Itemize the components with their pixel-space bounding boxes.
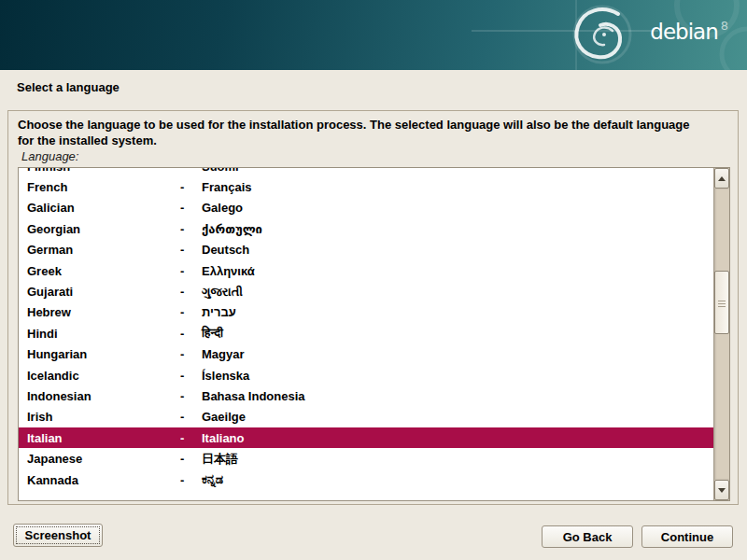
- language-row-hebrew[interactable]: Hebrew-עברית: [19, 302, 713, 323]
- language-native-name: Bahasa Indonesia: [202, 389, 713, 403]
- language-native-name: Gaeilge: [202, 410, 713, 424]
- separator-dash: -: [180, 285, 202, 299]
- language-row-hungarian[interactable]: Hungarian-Magyar: [19, 344, 713, 365]
- language-native-name: ગુજરાતી: [202, 285, 713, 300]
- language-row-italian[interactable]: Italian-Italiano: [19, 427, 713, 448]
- brand-text: debian: [650, 20, 717, 44]
- language-english-name: Japanese: [27, 452, 180, 466]
- separator-dash: -: [180, 347, 202, 361]
- language-row-german[interactable]: German-Deutsch: [19, 240, 713, 260]
- language-english-name: Greek: [27, 264, 180, 278]
- language-row-icelandic[interactable]: Icelandic-Íslenska: [19, 365, 713, 385]
- separator-dash: -: [180, 222, 202, 236]
- language-english-name: Irish: [27, 410, 180, 424]
- language-english-name: Finnish: [27, 168, 180, 174]
- language-english-name: Hebrew: [27, 305, 180, 319]
- language-english-name: Hindi: [27, 327, 180, 341]
- language-native-name: ქართული: [202, 222, 713, 236]
- screenshot-button[interactable]: Screenshot: [13, 524, 103, 547]
- language-english-name: Galician: [27, 201, 180, 215]
- scroll-down-button[interactable]: [714, 480, 729, 500]
- separator-dash: -: [180, 327, 202, 341]
- language-row-gujarati[interactable]: Gujarati-ગુજરાતી: [19, 281, 713, 301]
- instruction-text: Choose the language to be used for the i…: [18, 117, 704, 148]
- language-english-name: Georgian: [27, 222, 180, 236]
- scrollbar-trough[interactable]: [714, 189, 729, 480]
- separator-dash: -: [180, 369, 202, 383]
- language-native-name: Suomi: [202, 168, 713, 174]
- language-list[interactable]: Finnish-SuomiFrench-FrançaisGalician-Gal…: [19, 168, 713, 500]
- language-listbox: Finnish-SuomiFrench-FrançaisGalician-Gal…: [18, 167, 730, 501]
- language-native-name: Italiano: [202, 431, 713, 445]
- language-english-name: Kannada: [27, 473, 180, 487]
- go-back-button[interactable]: Go Back: [542, 525, 633, 548]
- language-english-name: French: [27, 180, 180, 194]
- installer-banner: debian8: [0, 0, 747, 70]
- content-frame: Choose the language to be used for the i…: [7, 110, 739, 505]
- arrow-down-icon: [718, 488, 726, 493]
- thumb-grip-icon: [718, 301, 726, 307]
- language-row-hindi[interactable]: Hindi-हिन्दी: [19, 323, 713, 343]
- language-native-name: Íslenska: [202, 369, 713, 383]
- debian-swirl-logo: [0, 0, 747, 70]
- language-native-name: Galego: [202, 201, 713, 215]
- arrow-up-icon: [718, 176, 726, 181]
- separator-dash: -: [180, 243, 202, 257]
- language-english-name: Italian: [27, 431, 180, 445]
- language-row-french[interactable]: French-Français: [19, 176, 713, 197]
- language-row-kannada[interactable]: Kannada-ಕನ್ನಡ: [19, 469, 713, 490]
- separator-dash: -: [180, 264, 202, 278]
- language-row-irish[interactable]: Irish-Gaeilge: [19, 407, 713, 427]
- separator-dash: -: [180, 452, 202, 466]
- language-native-name: עברית: [202, 305, 713, 319]
- language-native-name: Magyar: [202, 347, 713, 361]
- separator-dash: -: [180, 431, 202, 445]
- language-row-galician[interactable]: Galician-Galego: [19, 198, 713, 218]
- language-field-label: Language:: [21, 149, 78, 163]
- language-row-indonesian[interactable]: Indonesian-Bahasa Indonesia: [19, 385, 713, 406]
- language-row-japanese[interactable]: Japanese-日本語: [19, 448, 713, 469]
- language-native-name: ಕನ್ನಡ: [202, 472, 713, 487]
- language-row-greek[interactable]: Greek-Ελληνικά: [19, 260, 713, 281]
- language-native-name: 日本語: [202, 451, 713, 468]
- separator-dash: -: [180, 201, 202, 215]
- language-native-name: हिन्दी: [202, 326, 713, 341]
- separator-dash: -: [180, 305, 202, 319]
- vertical-scrollbar[interactable]: [713, 168, 729, 500]
- language-row-georgian[interactable]: Georgian-ქართული: [19, 218, 713, 239]
- separator-dash: -: [180, 410, 202, 424]
- language-english-name: Hungarian: [27, 347, 180, 361]
- language-native-name: Ελληνικά: [202, 264, 713, 278]
- separator-dash: -: [180, 168, 202, 174]
- scrollbar-thumb[interactable]: [714, 271, 729, 334]
- language-english-name: Icelandic: [27, 369, 180, 383]
- language-native-name: Deutsch: [202, 243, 713, 257]
- language-english-name: Indonesian: [27, 389, 180, 403]
- continue-button[interactable]: Continue: [641, 525, 733, 548]
- separator-dash: -: [180, 389, 202, 403]
- version-number: 8: [721, 19, 728, 33]
- language-native-name: Français: [202, 180, 713, 194]
- language-english-name: Gujarati: [27, 285, 180, 299]
- separator-dash: -: [180, 180, 202, 194]
- separator-dash: -: [180, 473, 202, 487]
- language-english-name: German: [27, 243, 180, 257]
- scroll-up-button[interactable]: [714, 168, 729, 189]
- page-title: Select a language: [17, 80, 120, 94]
- language-row-finnish[interactable]: Finnish-Suomi: [19, 168, 713, 176]
- debian-wordmark: debian8: [650, 19, 728, 44]
